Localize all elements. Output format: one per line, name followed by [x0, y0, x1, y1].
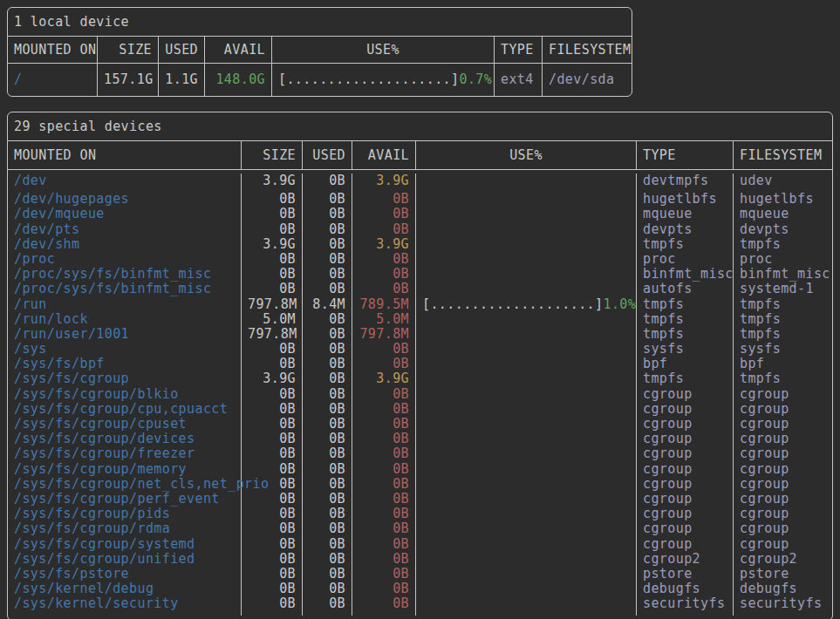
avail-cell: 0B: [352, 537, 416, 552]
local-table-header-row: MOUNTED ON SIZE USED AVAIL USE% TYPE FIL…: [8, 37, 632, 64]
avail-cell: 0B: [352, 462, 416, 477]
use-percent-cell: [416, 582, 637, 596]
table-row: /sys/fs/cgroup/cpu,cpuacct0B0B0Bcgroupcg…: [8, 402, 832, 417]
type-cell: securityfs: [637, 596, 734, 616]
avail-cell: 797.8M: [352, 327, 416, 342]
size-cell: 0B: [242, 252, 303, 267]
avail-cell: 0B: [352, 492, 416, 507]
filesystem-cell: hugetlbfs: [734, 192, 832, 207]
size-cell: 3.9G: [242, 237, 303, 252]
type-cell: cgroup: [637, 402, 734, 417]
avail-cell: 0B: [352, 252, 416, 267]
table-row: /sys/fs/bpf0B0B0Bbpfbpf: [8, 357, 832, 371]
avail-cell: 3.9G: [352, 237, 416, 252]
size-cell: 0B: [242, 492, 303, 507]
use-percent-cell: [416, 432, 637, 446]
usage-bar: [....................]: [422, 297, 603, 312]
use-percent-cell: [416, 192, 637, 207]
mounted-on-cell: /proc: [8, 252, 242, 267]
size-cell: 0B: [242, 342, 303, 357]
mounted-on-cell: /sys/fs/cgroup/net_cls,net_prio: [8, 477, 242, 492]
mounted-on-cell: /dev/pts: [8, 222, 242, 237]
used-cell: 0B: [303, 387, 352, 402]
filesystem-cell: cgroup: [734, 537, 832, 552]
avail-cell: 789.5M: [352, 297, 416, 312]
table-row: /proc/sys/fs/binfmt_misc0B0B0Bbinfmt_mis…: [8, 267, 832, 282]
table-row: /sys/fs/cgroup/unified0B0B0Bcgroup2cgrou…: [8, 552, 832, 567]
avail-cell: 0B: [352, 207, 416, 221]
mounted-on-cell: /sys/kernel/security: [8, 596, 242, 616]
local-devices-table: 1 local device MOUNTED ON SIZE USED AVAI…: [7, 7, 632, 97]
special-table-header-row: MOUNTED ON SIZE USED AVAIL USE% TYPE FIL…: [8, 141, 832, 170]
use-percent-cell: [416, 552, 637, 567]
table-row: /dev3.9G0B3.9Gdevtmpfsudev: [8, 170, 832, 192]
type-cell: devpts: [637, 222, 734, 237]
used-cell: 0B: [303, 237, 352, 252]
table-row: /dev/hugepages0B0B0Bhugetlbfshugetlbfs: [8, 192, 832, 207]
avail-cell: 0B: [352, 402, 416, 417]
filesystem-cell: cgroup: [734, 492, 832, 507]
type-cell: tmpfs: [637, 312, 734, 327]
mounted-on-cell: /sys/fs/cgroup/devices: [8, 432, 242, 446]
avail-cell: 3.9G: [352, 371, 416, 386]
table-row: /dev/mqueue0B0B0Bmqueuemqueue: [8, 207, 832, 221]
mounted-on-cell: /sys: [8, 342, 242, 357]
type-cell: cgroup2: [637, 552, 734, 567]
used-cell: 0B: [303, 342, 352, 357]
avail-cell: 0B: [352, 357, 416, 371]
filesystem-cell: cgroup: [734, 402, 832, 417]
mounted-on-cell: /sys/fs/cgroup/systemd: [8, 537, 242, 552]
table-row: /sys/fs/cgroup/devices0B0B0Bcgroupcgroup: [8, 432, 832, 446]
header-type: TYPE: [495, 37, 543, 63]
usage-percent: 0.7%: [459, 64, 492, 96]
use-percent-cell: [416, 252, 637, 267]
used-cell: 1.1G: [159, 64, 205, 96]
mounted-on-cell: /dev/mqueue: [8, 207, 242, 221]
filesystem-cell: tmpfs: [734, 327, 832, 342]
mounted-on-cell: /dev: [8, 173, 242, 192]
table-row: /sys/kernel/debug0B0B0Bdebugfsdebugfs: [8, 582, 832, 596]
size-cell: 0B: [242, 402, 303, 417]
avail-cell: 0B: [352, 387, 416, 402]
filesystem-cell: bpf: [734, 357, 832, 371]
used-cell: 0B: [303, 537, 352, 552]
use-percent-cell: [416, 312, 637, 327]
table-row: /sys/fs/cgroup/freezer0B0B0Bcgroupcgroup: [8, 446, 832, 461]
filesystem-cell: cgroup: [734, 446, 832, 461]
size-cell: 797.8M: [242, 327, 303, 342]
use-percent-cell: [416, 387, 637, 402]
avail-cell: 0B: [352, 582, 416, 596]
usage-bar: [....................]: [278, 64, 459, 96]
size-cell: 3.9G: [242, 173, 303, 192]
type-cell: tmpfs: [637, 297, 734, 312]
filesystem-cell: cgroup: [734, 387, 832, 402]
avail-cell: 0B: [352, 521, 416, 536]
type-cell: cgroup: [637, 507, 734, 521]
special-table-title: 29 special devices: [8, 112, 832, 141]
header-avail: AVAIL: [205, 37, 272, 63]
table-row: /run797.8M8.4M789.5M[...................…: [8, 297, 832, 312]
use-percent-cell: [416, 477, 637, 492]
use-percent-cell: [416, 173, 637, 192]
type-cell: cgroup: [637, 446, 734, 461]
header-use-percent: USE%: [272, 37, 495, 63]
filesystem-cell: binfmt_misc: [734, 267, 832, 282]
avail-cell: 0B: [352, 477, 416, 492]
use-percent-cell: [....................]0.7%: [272, 64, 495, 96]
mounted-on-cell: /sys/fs/cgroup/pids: [8, 507, 242, 521]
table-row: /sys/fs/cgroup/cpuset0B0B0Bcgroupcgroup: [8, 417, 832, 432]
header-type: TYPE: [637, 141, 734, 169]
type-cell: cgroup: [637, 417, 734, 432]
mounted-on-cell: /proc/sys/fs/binfmt_misc: [8, 267, 242, 282]
header-used: USED: [303, 141, 352, 169]
mounted-on-cell: /: [8, 64, 98, 96]
table-row: /sys/fs/cgroup/rdma0B0B0Bcgroupcgroup: [8, 521, 832, 536]
local-table-title: 1 local device: [8, 8, 632, 37]
mounted-on-cell: /sys/kernel/debug: [8, 582, 242, 596]
size-cell: 0B: [242, 521, 303, 536]
filesystem-cell: securityfs: [734, 596, 832, 616]
table-row: /sys/fs/pstore0B0B0Bpstorepstore: [8, 567, 832, 582]
type-cell: mqueue: [637, 207, 734, 221]
special-table-body: /dev3.9G0B3.9Gdevtmpfsudev/dev/hugepages…: [8, 170, 832, 619]
size-cell: 797.8M: [242, 297, 303, 312]
